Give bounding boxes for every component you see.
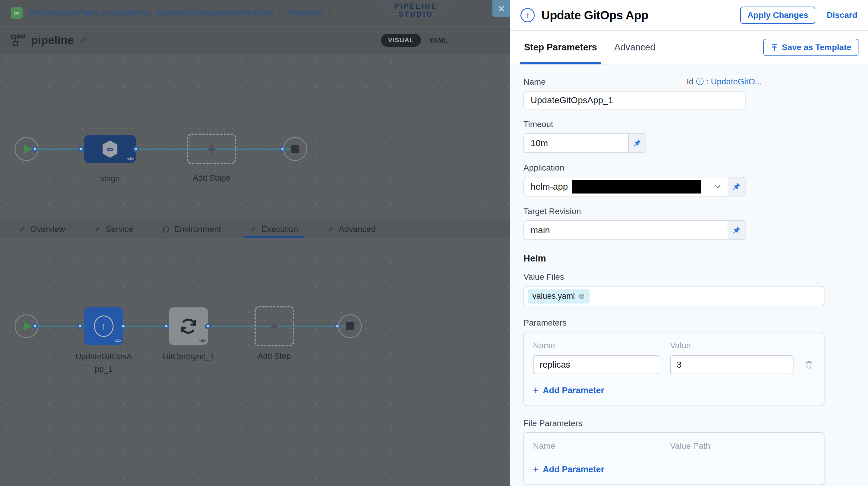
- stop-icon: [291, 145, 299, 153]
- toggle-visual[interactable]: VISUAL: [381, 34, 421, 47]
- tab-step-parameters[interactable]: Step Parameters: [524, 31, 597, 64]
- apply-changes-button[interactable]: Apply Changes: [740, 6, 815, 24]
- save-as-template-button[interactable]: Save as Template: [764, 39, 859, 56]
- info-icon[interactable]: ⓘ: [696, 76, 704, 87]
- step-node-label: GitOpsSync_1: [162, 352, 214, 361]
- toggle-yaml[interactable]: YAML: [421, 37, 456, 44]
- pin-fixed-value-button[interactable]: [727, 177, 745, 196]
- edit-pencil-icon[interactable]: ✎: [80, 35, 88, 46]
- code-badge-icon: </>: [127, 156, 133, 162]
- pipeline-toolbar: pipeline ✎ VISUAL YAML: [0, 27, 510, 54]
- tab-advanced[interactable]: Advanced: [614, 31, 655, 64]
- step-node-label: UpdateGitOpsA: [75, 352, 132, 361]
- play-icon: [24, 144, 32, 154]
- visual-yaml-toggle: VISUAL YAML: [381, 34, 457, 47]
- breadcrumb: ∞ GitOpsSanityPipeLinesAutoProj_UpdateGi…: [11, 7, 332, 19]
- pipeline-studio-label: PIPELINE STUDIO: [379, 2, 453, 19]
- name-label: Name: [523, 77, 546, 87]
- parameter-value-input[interactable]: [670, 355, 794, 374]
- plus-icon: +: [533, 464, 538, 475]
- pipeline-end-node: [283, 137, 307, 161]
- tab-overview[interactable]: ✓Overview: [19, 220, 65, 238]
- file-parameters-card: Name Value Path + Add Parameter: [523, 432, 825, 485]
- breadcrumb-project-link[interactable]: GitOpsSanityPipeLinesAutoProj_UpdateGitO…: [27, 8, 273, 18]
- plus-icon: +: [270, 318, 278, 335]
- code-badge-icon: </>: [199, 338, 206, 344]
- pipeline-studio-screen: ∞ GitOpsSanityPipeLinesAutoProj_UpdateGi…: [0, 0, 868, 486]
- sync-icon: [179, 317, 198, 336]
- add-step-button[interactable]: +: [254, 306, 294, 346]
- project-icon: ∞: [11, 7, 23, 19]
- timeout-field: [523, 133, 646, 153]
- add-file-parameter-button[interactable]: + Add Parameter: [533, 464, 815, 475]
- gitops-hexagon-icon: ∞: [101, 140, 119, 159]
- upload-icon: [771, 43, 778, 51]
- name-input[interactable]: [523, 91, 745, 110]
- close-panel-button[interactable]: ✕: [492, 0, 510, 17]
- parameters-card: Name Value + Add Parameter: [523, 332, 825, 406]
- trash-icon[interactable]: [804, 360, 814, 369]
- environment-icon: ⬡: [163, 225, 169, 234]
- file-parameters-name-header: Name: [533, 441, 670, 451]
- stage-tabs: ✓Overview ✓Service ⬡Environment ✓Executi…: [0, 220, 510, 238]
- update-gitops-app-icon: ↑: [521, 8, 535, 22]
- panel-title: Update GitOps App: [541, 9, 648, 22]
- tab-execution[interactable]: ✓Execution: [250, 220, 299, 238]
- target-revision-field: [523, 220, 745, 240]
- remove-chip-icon[interactable]: ⊗: [579, 292, 585, 301]
- value-files-label: Value Files: [523, 272, 855, 282]
- parameters-label: Parameters: [523, 318, 855, 328]
- application-label: Application: [523, 163, 855, 173]
- stage-connector-line: [27, 149, 295, 150]
- add-stage-button[interactable]: +: [187, 133, 236, 164]
- plus-icon: +: [208, 141, 216, 157]
- stage-node[interactable]: ∞ </>: [84, 135, 136, 163]
- step-id-line: Id ⓘ : UpdateGitO...: [687, 76, 762, 87]
- connector-port: [32, 146, 38, 152]
- parameter-name-input[interactable]: [533, 355, 659, 374]
- connector-port: [205, 323, 211, 329]
- value-file-chip: values.yaml ⊗: [528, 289, 590, 304]
- chevron-right-icon: >: [328, 8, 332, 18]
- pin-fixed-value-button[interactable]: [727, 221, 745, 239]
- application-value: helm-app: [531, 182, 568, 192]
- discard-button[interactable]: Discard: [827, 10, 857, 20]
- check-icon: ✓: [19, 225, 26, 234]
- id-value[interactable]: UpdateGitO...: [711, 77, 762, 87]
- check-icon: ✓: [250, 225, 257, 234]
- pipeline-canvas-area: ∞ GitOpsSanityPipeLinesAutoProj_UpdateGi…: [0, 0, 510, 486]
- pushpin-icon: [732, 226, 741, 235]
- parameters-value-header: Value: [670, 341, 691, 350]
- panel-header: ↑ Update GitOps App Apply Changes Discar…: [510, 0, 868, 31]
- breadcrumb-pipelines-link[interactable]: Pipelines: [287, 8, 323, 18]
- parameters-name-header: Name: [533, 341, 670, 350]
- update-gitops-app-step-node[interactable]: ↑ </>: [84, 307, 123, 345]
- application-field: helm-app: [523, 177, 745, 196]
- code-badge-icon: </>: [115, 338, 121, 344]
- check-icon: ✓: [94, 225, 101, 234]
- gitops-sync-step-node[interactable]: </>: [169, 307, 208, 345]
- tab-service[interactable]: ✓Service: [94, 220, 133, 238]
- play-icon: [24, 322, 32, 331]
- redacted-value: [572, 180, 701, 193]
- tab-environment[interactable]: ⬡Environment: [163, 220, 221, 238]
- pin-fixed-value-button[interactable]: [628, 134, 646, 152]
- execution-canvas: ↑ </> </> + UpdateGitOpsA pp_1 GitOpsS: [0, 238, 510, 486]
- file-parameters-value-path-header: Value Path: [670, 441, 710, 451]
- timeout-input[interactable]: [524, 134, 628, 152]
- tab-advanced[interactable]: ✓Advanced: [327, 220, 376, 238]
- execution-end-node: [338, 314, 362, 338]
- chevron-right-icon: >: [278, 8, 283, 18]
- id-label: Id: [687, 77, 693, 87]
- add-step-label: Add Step: [257, 352, 290, 361]
- helm-section-heading: Helm: [523, 253, 855, 264]
- value-files-input[interactable]: values.yaml ⊗: [523, 286, 825, 306]
- pushpin-icon: [732, 182, 741, 191]
- pushpin-icon: [633, 139, 642, 148]
- connector-port: [163, 323, 169, 329]
- target-revision-input[interactable]: [524, 221, 727, 239]
- panel-tab-bar: Step Parameters Advanced Save as Templat…: [510, 31, 868, 64]
- application-select[interactable]: helm-app: [524, 177, 727, 196]
- add-parameter-button[interactable]: + Add Parameter: [533, 385, 815, 396]
- target-revision-label: Target Revision: [523, 207, 855, 216]
